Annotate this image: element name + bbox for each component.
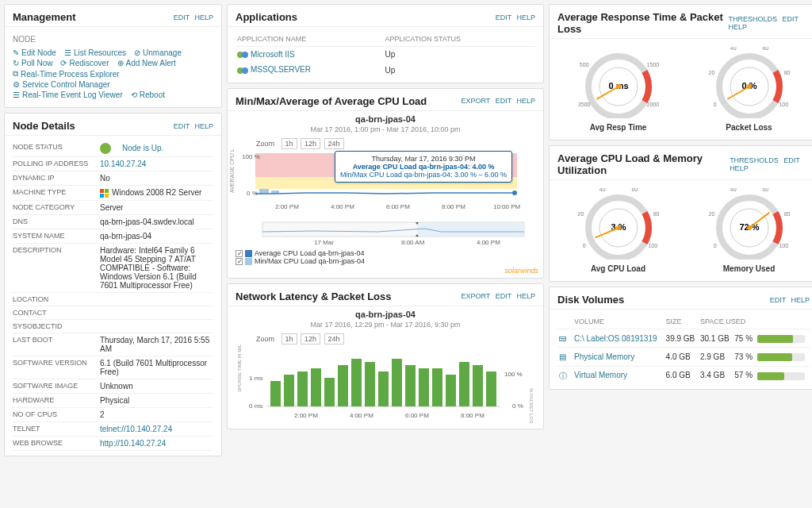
edit-link[interactable]: EDIT (174, 122, 190, 130)
color-swatch (245, 258, 252, 265)
svg-text:2500: 2500 (577, 102, 590, 107)
bar[interactable] (351, 359, 362, 406)
bar[interactable] (392, 359, 402, 406)
bar[interactable] (311, 368, 321, 406)
edit-link[interactable]: EDIT (496, 13, 511, 21)
mgmt-real-time-event-log-viewer[interactable]: ☰Real-Time Event Log Viewer (13, 90, 123, 99)
link-icon: ⧉ (13, 69, 18, 79)
applications-panel: Applications EDIT HELP APPLICATION NAMEA… (227, 4, 544, 83)
help-link[interactable]: HELP (730, 164, 749, 172)
bar[interactable] (365, 362, 375, 406)
applications-table: APPLICATION NAMEAPPLICATION STATUS Micro… (236, 32, 535, 78)
legend-item[interactable]: Min/Max CPU Load qa-brn-jpas-04 (236, 257, 543, 265)
edit-link[interactable]: EDIT (496, 292, 511, 300)
help-link[interactable]: HELP (728, 23, 747, 31)
help-link[interactable]: HELP (516, 13, 535, 21)
node-value-link[interactable]: telnet://10.140.27.24 (100, 425, 172, 433)
node-row: NO OF CPUS2 (13, 408, 213, 422)
link-icon: ↻ (13, 59, 19, 67)
thresholds-link[interactable]: THRESHOLDS (730, 156, 779, 164)
cpu-mem-panel: Average CPU Load & Memory Utilization TH… (549, 145, 812, 282)
app-row: MSSQLSERVERUp (236, 62, 535, 77)
col-volume: VOLUME (573, 314, 665, 329)
bar[interactable] (324, 378, 335, 406)
help-link[interactable]: HELP (516, 292, 535, 300)
volume-link[interactable]: Physical Memory (574, 352, 634, 361)
legend-item[interactable]: Average CPU Load qa-brn-jpas-04 (236, 249, 543, 257)
edit-link[interactable]: EDIT (782, 15, 798, 23)
edit-link[interactable]: EDIT (770, 296, 786, 304)
svg-text:40: 40 (599, 188, 605, 192)
help-link[interactable]: HELP (194, 122, 213, 130)
bar[interactable] (270, 381, 281, 406)
svg-text:40: 40 (730, 47, 736, 51)
mgmt-list-resources[interactable]: ☰List Resources (64, 48, 126, 57)
node-value-link[interactable]: http://10.140.27.24 (100, 439, 166, 448)
bar[interactable] (473, 365, 483, 406)
mgmt-edit-node[interactable]: ✎Edit Node (13, 48, 56, 57)
bar[interactable] (486, 371, 496, 406)
help-link[interactable]: HELP (194, 13, 213, 21)
svg-text:60: 60 (631, 188, 638, 192)
bar[interactable] (446, 375, 456, 406)
management-title: Management (13, 11, 75, 23)
svg-text:60: 60 (762, 188, 768, 192)
bar[interactable] (297, 371, 308, 406)
edit-link[interactable]: EDIT (496, 97, 511, 105)
mgmt-reboot[interactable]: ⟲Reboot (131, 90, 165, 99)
app-link[interactable]: Microsoft IIS (251, 50, 295, 59)
bar[interactable] (284, 375, 294, 406)
network-bar-chart[interactable]: SPONSE TIME IN MILLISECONDS % PACKET LOS… (235, 344, 536, 424)
export-link[interactable]: EXPORT (461, 97, 490, 105)
cpu-overview-chart[interactable]: 17 Mar 8:00 AM 4:00 PM (235, 221, 536, 244)
bar[interactable] (338, 365, 348, 406)
node-row: SOFTWARE IMAGEUnknown (13, 379, 213, 394)
brand-solarwinds: solarwinds (228, 267, 543, 275)
svg-text:4:00 PM: 4:00 PM (350, 412, 373, 419)
zoom-12h[interactable]: 12h (301, 138, 320, 149)
bar[interactable] (419, 368, 429, 406)
checkbox-icon[interactable] (236, 258, 243, 265)
memory-used-gauge: 72 %020406080100Memory Used (702, 188, 797, 273)
volume-link[interactable]: Virtual Memory (574, 371, 627, 379)
bar[interactable] (432, 368, 442, 406)
gauge-label: Memory Used (702, 264, 797, 273)
node-row: LOCATION (13, 293, 213, 306)
gauge-label: Packet Loss (702, 123, 797, 132)
mgmt-unmanage[interactable]: ⊘Unmanage (134, 48, 182, 57)
disk-panel: Disk Volumes EDIT HELP VOLUME SIZE SPACE… (549, 287, 812, 390)
chart-range: Mar 17 2016, 1:00 pm - Mar 17 2016, 10:0… (228, 125, 543, 133)
export-link[interactable]: EXPORT (461, 292, 490, 300)
packet-loss-gauge: 0 %020406080100Packet Loss (702, 47, 797, 132)
bar[interactable] (459, 362, 469, 406)
svg-text:20: 20 (577, 211, 584, 217)
zoom-24h[interactable]: 24h (324, 333, 344, 344)
app-link[interactable]: MSSQLSERVER (251, 65, 311, 74)
mgmt-service-control-manager[interactable]: ⚙Service Control Manager (13, 80, 110, 89)
help-link[interactable]: HELP (516, 97, 535, 105)
mgmt-add-new-alert[interactable]: ⊕Add New Alert (117, 59, 176, 67)
svg-text:80: 80 (783, 70, 790, 75)
svg-text:80: 80 (653, 211, 659, 217)
checkbox-icon[interactable] (236, 250, 243, 257)
bar[interactable] (405, 365, 416, 406)
bar[interactable] (378, 371, 389, 406)
node-details-title: Node Details (13, 120, 75, 132)
mgmt-real-time-process-explorer[interactable]: ⧉Real-Time Process Explorer (13, 69, 120, 79)
edit-link[interactable]: EDIT (783, 156, 799, 164)
link-icon: ⚙ (13, 80, 20, 89)
mgmt-poll-now[interactable]: ↻Poll Now (13, 59, 52, 67)
zoom-12h[interactable]: 12h (301, 333, 320, 344)
zoom-24h[interactable]: 24h (324, 138, 344, 149)
thresholds-link[interactable]: THRESHOLDS (728, 15, 777, 23)
zoom-1h[interactable]: 1h (282, 333, 297, 344)
node-value-link[interactable]: 10.140.27.24 (100, 160, 146, 168)
mgmt-rediscover[interactable]: ⟳Rediscover (60, 59, 109, 67)
zoom-1h[interactable]: 1h (282, 138, 297, 149)
volume-link[interactable]: C:\ Label:OS 08191319 (574, 334, 657, 343)
link-icon: ☰ (64, 48, 71, 57)
gauge-label: Avg Resp Time (571, 123, 666, 132)
edit-link[interactable]: EDIT (174, 13, 190, 21)
status-up-icon (100, 143, 111, 154)
help-link[interactable]: HELP (791, 296, 810, 304)
